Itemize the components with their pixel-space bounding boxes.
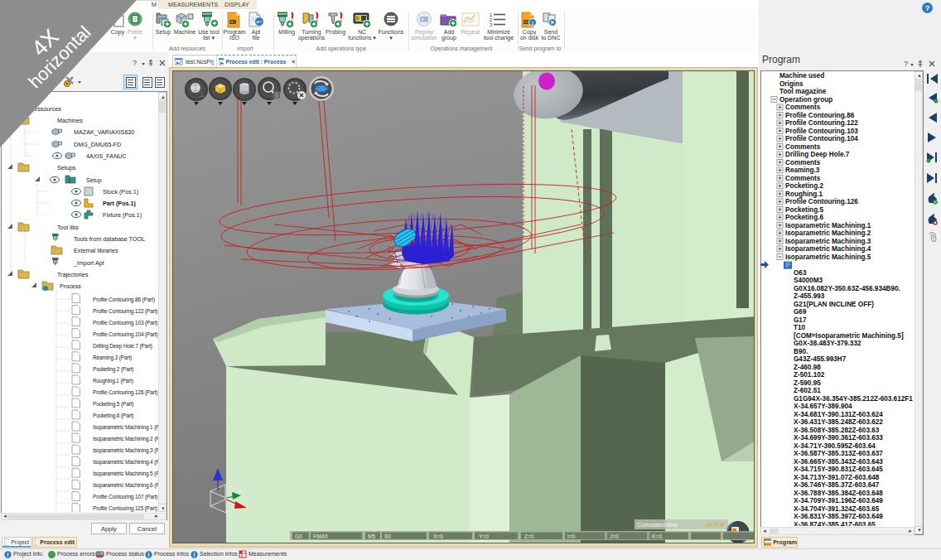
svg-text:X-34.704Y-391.324Z-603.65: X-34.704Y-391.324Z-603.65 [794, 505, 880, 513]
svg-text:MAZAK_VARIAXIS630: MAZAK_VARIAXIS630 [74, 128, 134, 136]
svg-text:G69: G69 [794, 308, 807, 316]
svg-text:Isoparametric Machining.2: Isoparametric Machining.2 [785, 229, 871, 237]
svg-text:I=0: I=0 [567, 533, 576, 539]
svg-text:Isoparametric Machining.5 (Pa: Isoparametric Machining.5 (Pa [93, 471, 158, 477]
svg-text:O63: O63 [794, 269, 807, 277]
svg-text:X-36.665Y-385.343Z-603.643: X-36.665Y-385.343Z-603.643 [794, 458, 883, 466]
svg-text:DMG_DMU65-FD: DMG_DMU65-FD [74, 141, 121, 148]
svg-text:Pocketing 2 (Part): Pocketing 2 (Part) [93, 366, 133, 373]
svg-text:Isoparametric Machining.6 (Pa: Isoparametric Machining.6 (Pa [93, 482, 158, 489]
svg-text:0h 0' 0": 0h 0' 0" [707, 522, 726, 528]
svg-text:K=0: K=0 [652, 533, 662, 539]
svg-text:X-36.788Y-385.384Z-603.648: X-36.788Y-385.384Z-603.648 [794, 490, 883, 497]
svg-text:Isoparametric Machining.4 (Pa: Isoparametric Machining.4 (Pa [93, 459, 158, 466]
svg-text:Z-455.993: Z-455.993 [794, 292, 825, 300]
svg-text:Profile Contouring.104: Profile Contouring.104 [785, 135, 858, 142]
svg-text:Profile Contouring.86: Profile Contouring.86 [785, 112, 855, 119]
svg-text:Cumulated time: Cumulated time [637, 522, 678, 528]
svg-text:Setups: Setups [57, 164, 76, 171]
svg-text:Profile Contouring.103 (Part): Profile Contouring.103 (Part) [93, 320, 157, 326]
svg-text:Fixture (Pos.1): Fixture (Pos.1) [103, 211, 142, 219]
svg-text:Roughing.1: Roughing.1 [785, 191, 823, 198]
svg-text:Comments: Comments [785, 175, 821, 182]
svg-text:X=0: X=0 [433, 533, 443, 539]
svg-text:T10: T10 [794, 324, 806, 331]
svg-text:Stock (Pos.1): Stock (Pos.1) [103, 188, 138, 196]
svg-text:Profile Contouring.122: Profile Contouring.122 [785, 119, 858, 127]
svg-text:Profile Contouring.103: Profile Contouring.103 [785, 128, 858, 135]
svg-text:X-34.715Y-390.831Z-603.645: X-34.715Y-390.831Z-603.645 [794, 466, 883, 473]
svg-text:Reaming.3: Reaming.3 [785, 167, 820, 174]
svg-text:Isoparametric Machining.5: Isoparametric Machining.5 [785, 253, 871, 261]
svg-text:?: ? [133, 59, 137, 67]
svg-text:External libraries: External libraries [74, 247, 118, 254]
svg-text:S0: S0 [384, 533, 391, 539]
svg-text:Roughing.1 (Part): Roughing.1 (Part) [93, 378, 133, 384]
svg-text:Pocketing.2: Pocketing.2 [785, 182, 823, 190]
svg-text:X-36.508Y-385.282Z-603.63: X-36.508Y-385.282Z-603.63 [794, 427, 880, 434]
svg-text:i: i [7, 552, 9, 558]
svg-text:Origins: Origins [779, 80, 803, 88]
svg-text:X-34.699Y-390.361Z-603.633: X-34.699Y-390.361Z-603.633 [794, 434, 883, 442]
svg-text:G17: G17 [794, 316, 807, 324]
svg-text:Pocketing.5: Pocketing.5 [785, 206, 823, 214]
svg-text:Z-590.95: Z-590.95 [794, 379, 821, 387]
svg-text:Reaming.3 (Part): Reaming.3 (Part) [93, 355, 132, 361]
svg-text:Pocketing.6 (Part): Pocketing.6 (Part) [93, 413, 133, 419]
svg-text:Pocketing.6: Pocketing.6 [785, 214, 823, 221]
svg-text:Comments: Comments [785, 159, 821, 167]
svg-text:G43Z-455.993H7: G43Z-455.993H7 [794, 355, 847, 363]
svg-text:Z-602.51: Z-602.51 [794, 387, 821, 394]
svg-text:i: i [194, 552, 195, 558]
svg-text:X-34.709Y-391.196Z-603.649: X-34.709Y-391.196Z-603.649 [794, 497, 883, 504]
svg-text:Tool libs: Tool libs [57, 224, 79, 231]
svg-text:X-36.587Y-385.313Z-603.637: X-36.587Y-385.313Z-603.637 [794, 450, 883, 457]
svg-text:Profile Contouring.104 (Part): Profile Contouring.104 (Part) [93, 331, 157, 338]
svg-text:Z-501.102: Z-501.102 [794, 371, 825, 379]
svg-text:Profile Contouring.126: Profile Contouring.126 [785, 198, 858, 205]
svg-text:S4000M3: S4000M3 [794, 277, 823, 284]
svg-text:Y=0: Y=0 [479, 533, 489, 539]
svg-text:X-34.713Y-391.07Z-603.648: X-34.713Y-391.07Z-603.648 [794, 474, 880, 481]
svg-text:Profile Contouring.126 (Part): Profile Contouring.126 (Part) [93, 389, 157, 396]
svg-text:Machines: Machines [57, 117, 83, 124]
svg-text:4AXIS_FANUC: 4AXIS_FANUC [86, 152, 127, 160]
svg-text:B90.: B90. [794, 348, 808, 355]
svg-text:[COM=Isoparametric Machining.5: [COM=Isoparametric Machining.5] [794, 332, 904, 340]
svg-text:Isoparametric Machining.3: Isoparametric Machining.3 [785, 238, 871, 245]
svg-text:Comments: Comments [785, 143, 821, 151]
svg-text:Operation group: Operation group [779, 96, 832, 104]
svg-text:Isoparametric Machining.3 (Pa: Isoparametric Machining.3 (Pa [93, 447, 158, 454]
svg-text:Isoparametric Machining.2 (Pa: Isoparametric Machining.2 (Pa [93, 436, 158, 442]
svg-text:G0X16.082Y-350.63Z-456.934B90.: G0X16.082Y-350.63Z-456.934B90. [794, 285, 900, 292]
svg-text:Pocketing.5 (Part): Pocketing.5 (Part) [93, 401, 133, 408]
svg-text:Z=0: Z=0 [524, 533, 534, 539]
svg-text:X-34.681Y-390.131Z-603.624: X-34.681Y-390.131Z-603.624 [794, 411, 883, 418]
svg-text:X-36.746Y-385.37Z-603.647: X-36.746Y-385.37Z-603.647 [794, 481, 880, 489]
svg-text:X-36.831Y-385.397Z-603.649: X-36.831Y-385.397Z-603.649 [794, 513, 883, 520]
svg-text:_Import Apt: _Import Apt [73, 259, 104, 267]
svg-text:Process: Process [60, 282, 81, 290]
svg-text:X-34.71Y-390.595Z-603.64: X-34.71Y-390.595Z-603.64 [794, 442, 876, 450]
svg-text:X-34.657Y-389.904: X-34.657Y-389.904 [794, 403, 852, 410]
svg-text:G0: G0 [295, 533, 302, 539]
svg-text:?: ? [925, 4, 930, 12]
svg-text:Profile Contouring.115 (Part): Profile Contouring.115 (Part) [93, 505, 157, 512]
svg-text:X-36.431Y-385.248Z-603.622: X-36.431Y-385.248Z-603.622 [794, 418, 883, 426]
svg-text:?: ? [904, 60, 908, 68]
svg-text:i: i [148, 552, 150, 558]
svg-text:M5: M5 [368, 533, 375, 539]
svg-text:Part (Pos.1): Part (Pos.1) [103, 200, 137, 207]
svg-text:J=0: J=0 [610, 533, 619, 539]
svg-text:Z-460.98: Z-460.98 [794, 364, 821, 371]
svg-text:G21(PLAN INCLINE OFF): G21(PLAN INCLINE OFF) [794, 301, 874, 308]
svg-text:Trajectories: Trajectories [57, 271, 89, 278]
svg-text:Profile Contouring.86 (Part): Profile Contouring.86 (Part) [93, 297, 155, 303]
svg-text:Drilling Deep Hole.7 (Part): Drilling Deep Hole.7 (Part) [93, 343, 152, 350]
svg-text:G0X-38.483Y-379.332: G0X-38.483Y-379.332 [794, 340, 861, 347]
svg-text:APT: APT [257, 21, 263, 24]
svg-text:Profile Contouring.122 (Part): Profile Contouring.122 (Part) [93, 308, 157, 315]
svg-text:FMAX: FMAX [313, 533, 329, 539]
svg-text:3: 3 [490, 22, 493, 27]
svg-text:Isoparametric Machining.1: Isoparametric Machining.1 [785, 222, 871, 229]
